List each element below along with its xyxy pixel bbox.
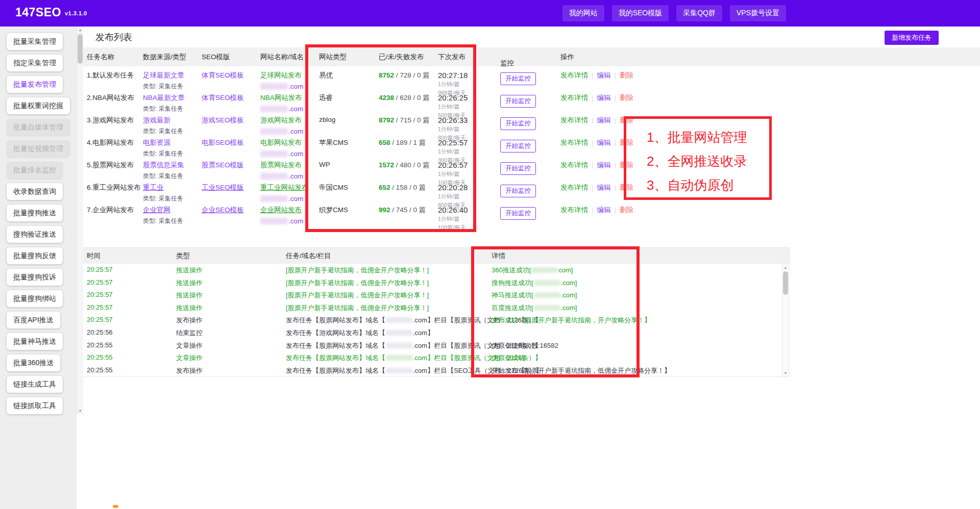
site-name-link[interactable]: 企业网站发布 (260, 206, 303, 215)
site-cell: 足球网站发布.com (260, 71, 303, 90)
bottom-scrollbar[interactable] (83, 504, 980, 509)
publish-detail-link[interactable]: 发布详情 (560, 161, 588, 169)
cms-type: 迅睿 (319, 93, 333, 103)
log-task-text: [股票开户新手避坑指南，低佣金开户攻略分享！] (286, 304, 429, 312)
sidebar-item[interactable]: 链接抓取工具 (7, 397, 63, 414)
sidebar-scrollbar[interactable]: ▲ ▼ (77, 27, 83, 414)
source-link[interactable]: NBA最新文章 (143, 94, 185, 101)
scroll-up-icon[interactable]: ▲ (77, 27, 83, 33)
start-monitor-button[interactable]: 开始监控 (500, 117, 536, 130)
scroll-up-icon[interactable]: ▲ (782, 264, 789, 271)
site-name-link[interactable]: 重工业网站发布 (260, 183, 309, 192)
sidebar-item[interactable]: 批量搜狗投诉 (7, 269, 63, 286)
log-scrollbar[interactable]: ▲ ▼ (782, 264, 789, 377)
delete-link[interactable]: 删除 (620, 206, 633, 214)
page-title: 发布列表 (95, 31, 132, 43)
start-monitor-button[interactable]: 开始监控 (500, 72, 536, 85)
site-name-link[interactable]: 足球网站发布 (260, 71, 303, 80)
edit-link[interactable]: 编辑 (597, 71, 611, 79)
table-row: 1.默认发布任务足球最新文章类型: 采集任务体育SEO模板足球网站发布.com易… (83, 66, 980, 89)
edit-link[interactable]: 编辑 (597, 94, 611, 101)
publish-table-header: 任务名称数据来源/类型SEO模版网站名称/域名网站类型已/未/失败发布下次发布监… (83, 47, 980, 66)
sidebar-item[interactable]: 批量搜狗绑站 (7, 290, 63, 307)
nav-item[interactable]: 我的SEO模版 (612, 5, 669, 21)
delete-link[interactable]: 删除 (620, 184, 633, 191)
add-task-button[interactable]: 新增发布任务 (885, 31, 939, 45)
edit-link[interactable]: 编辑 (597, 161, 611, 169)
template-link[interactable]: 企业SEO模板 (202, 206, 244, 214)
edit-link[interactable]: 编辑 (597, 206, 611, 214)
site-domain: .com (260, 217, 303, 225)
source-link[interactable]: 足球最新文章 (143, 71, 184, 79)
sidebar-item[interactable]: 批量发布管理 (7, 76, 63, 93)
edit-link[interactable]: 编辑 (597, 116, 611, 124)
log-task-text: .com】 (413, 329, 434, 337)
horizontal-scroll-thumb[interactable] (113, 505, 118, 508)
source-link[interactable]: 股票信息采集 (143, 161, 184, 169)
edit-link[interactable]: 编辑 (597, 139, 611, 146)
source-link[interactable]: 游戏最新 (143, 116, 170, 124)
sidebar-item: 批量排名监控 (7, 162, 63, 179)
log-type: 推送操作 (176, 291, 203, 300)
start-monitor-button[interactable]: 开始监控 (500, 95, 536, 108)
next-publish-time: 20:26:40 (438, 206, 468, 214)
edit-link[interactable]: 编辑 (597, 184, 611, 191)
sidebar-item[interactable]: 批量搜狗反馈 (7, 247, 63, 264)
scroll-down-icon[interactable]: ▼ (77, 408, 83, 414)
nav-item[interactable]: VPS拨号设置 (730, 5, 786, 21)
delete-link[interactable]: 删除 (620, 71, 633, 79)
log-task-text: [股票开户新手避坑指南，低佣金开户攻略分享！] (286, 291, 429, 299)
sidebar-item[interactable]: 批量神马推送 (7, 333, 63, 350)
publish-detail-link[interactable]: 发布详情 (560, 71, 588, 79)
start-monitor-button[interactable]: 开始监控 (500, 185, 536, 197)
site-name-link[interactable]: 电影网站发布 (260, 138, 303, 147)
start-monitor-button[interactable]: 开始监控 (500, 140, 536, 152)
sidebar-item[interactable]: 批量360推送 (7, 354, 60, 371)
site-name-link[interactable]: 游戏网站发布 (260, 116, 303, 125)
sidebar-item[interactable]: 批量权重词挖掘 (7, 97, 70, 114)
source-link[interactable]: 重工业 (143, 184, 164, 191)
sidebar-item: 批量自媒体管理 (7, 119, 70, 136)
publish-detail-link[interactable]: 发布详情 (560, 116, 588, 124)
nav-item[interactable]: 采集QQ群 (676, 5, 722, 21)
publish-detail-link[interactable]: 发布详情 (560, 139, 588, 146)
sidebar-item[interactable]: 百度API推送 (7, 312, 60, 328)
delete-link[interactable]: 删除 (620, 94, 633, 101)
log-task: [股票开户新手避坑指南，低佣金开户攻略分享！] (286, 303, 429, 313)
nav-item[interactable]: 我的网站 (562, 5, 604, 21)
delete-link[interactable]: 删除 (620, 139, 633, 146)
site-cell: 股票网站发布.com (260, 161, 303, 180)
site-name-link[interactable]: 股票网站发布 (260, 161, 303, 170)
template-link[interactable]: 体育SEO模板 (202, 94, 244, 101)
sidebar-item[interactable]: 指定采集管理 (7, 55, 63, 71)
delete-link[interactable]: 删除 (620, 161, 633, 169)
template-link[interactable]: 游戏SEO模板 (202, 116, 244, 124)
delete-link[interactable]: 删除 (620, 116, 633, 124)
sidebar-item[interactable]: 收录数据查询 (7, 183, 63, 200)
sidebar-scroll-thumb[interactable] (78, 34, 83, 64)
template-link[interactable]: 电影SEO模板 (202, 139, 244, 146)
publish-rate: 1分钟/篇 (438, 103, 468, 111)
site-name-link[interactable]: NBA网站发布 (260, 93, 303, 103)
sidebar-item[interactable]: 链接生成工具 (7, 376, 63, 393)
sidebar-item[interactable]: 批量采集管理 (7, 33, 63, 50)
source-link[interactable]: 电影资源 (143, 139, 170, 146)
publish-detail-link[interactable]: 发布详情 (560, 184, 588, 191)
log-scroll-thumb[interactable] (783, 271, 788, 295)
publish-detail-link[interactable]: 发布详情 (560, 206, 588, 214)
action-separator: | (615, 116, 617, 124)
publish-stats: 8752 / 728 / 0 篇 (379, 71, 430, 80)
start-monitor-button[interactable]: 开始监控 (500, 207, 536, 220)
log-time: 20:25:57 (87, 278, 113, 286)
source-link[interactable]: 企业官网 (143, 206, 170, 214)
template-link[interactable]: 股票SEO模版 (202, 161, 244, 169)
template-link[interactable]: 工业SEO模版 (202, 184, 244, 191)
start-monitor-button[interactable]: 开始监控 (500, 162, 536, 175)
sidebar-item[interactable]: 搜狗验证推送 (7, 226, 63, 243)
sidebar-item[interactable]: 批量搜狗推送 (7, 205, 63, 221)
publish-detail-link[interactable]: 发布详情 (560, 94, 588, 101)
template-link[interactable]: 体育SEO模板 (202, 71, 244, 79)
column-header: 数据来源/类型 (143, 47, 186, 66)
log-detail-text: 360推送成功[ (492, 266, 531, 274)
scroll-down-icon[interactable]: ▼ (782, 370, 789, 376)
